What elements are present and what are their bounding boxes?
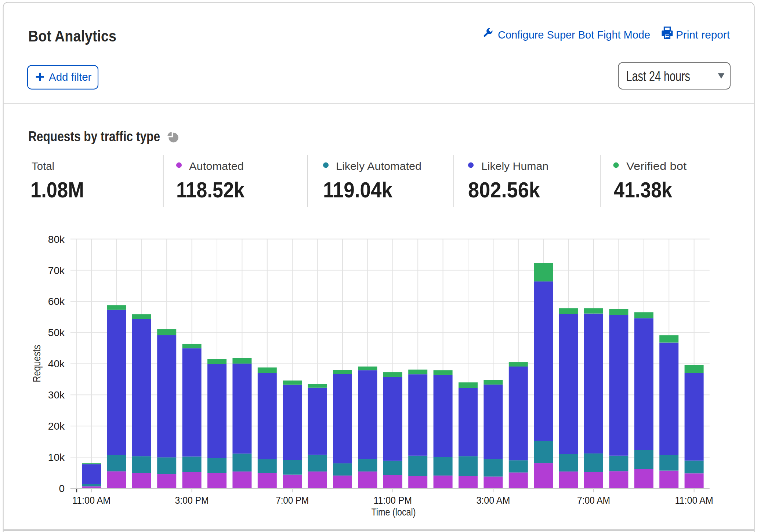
svg-text:60k: 60k [48, 296, 65, 307]
svg-text:1.08M: 1.08M [30, 178, 84, 202]
svg-text:3:00 PM: 3:00 PM [175, 495, 209, 506]
svg-text:802.56k: 802.56k [468, 178, 540, 202]
svg-text:118.52k: 118.52k [176, 178, 245, 202]
svg-text:Verified bot: Verified bot [626, 160, 687, 172]
svg-text:Bot Analytics: Bot Analytics [28, 28, 116, 45]
svg-text:Add filter: Add filter [49, 71, 91, 83]
svg-text:Time (local): Time (local) [371, 506, 416, 518]
svg-text:11:00 AM: 11:00 AM [72, 495, 111, 506]
svg-text:0: 0 [59, 483, 65, 494]
svg-text:80k: 80k [48, 234, 65, 245]
svg-text:20k: 20k [48, 420, 65, 432]
svg-text:Requests by traffic type: Requests by traffic type [28, 129, 160, 144]
svg-text:11:00 PM: 11:00 PM [374, 495, 412, 506]
svg-text:Likely Automated: Likely Automated [336, 160, 421, 172]
svg-text:41.38k: 41.38k [614, 178, 673, 202]
svg-text:Last 24 hours: Last 24 hours [626, 69, 690, 84]
svg-text:Automated: Automated [189, 160, 244, 172]
svg-text:Configure Super Bot Fight Mode: Configure Super Bot Fight Mode [498, 29, 650, 41]
svg-text:40k: 40k [48, 358, 65, 369]
svg-text:119.04k: 119.04k [323, 178, 393, 202]
svg-text:Requests: Requests [30, 345, 43, 382]
svg-text:7:00 PM: 7:00 PM [276, 495, 309, 506]
svg-text:3:00 AM: 3:00 AM [476, 495, 510, 506]
svg-text:30k: 30k [48, 389, 65, 401]
svg-text:10k: 10k [48, 452, 65, 463]
svg-text:Likely Human: Likely Human [481, 160, 548, 172]
svg-text:11:00 AM: 11:00 AM [675, 495, 713, 506]
svg-text:7:00 AM: 7:00 AM [577, 495, 610, 506]
svg-text:70k: 70k [48, 265, 65, 276]
svg-text:Total: Total [32, 160, 54, 172]
svg-text:50k: 50k [48, 327, 65, 338]
svg-text:Print report: Print report [676, 29, 730, 41]
